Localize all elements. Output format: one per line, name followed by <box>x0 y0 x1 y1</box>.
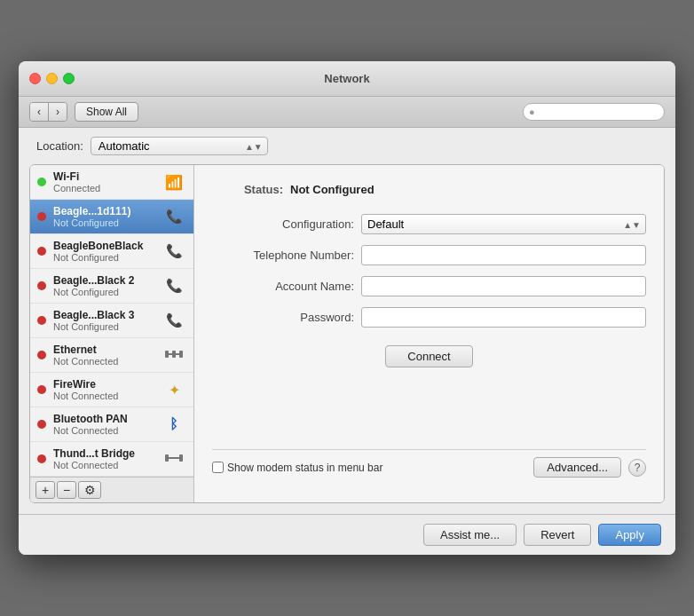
svg-rect-5 <box>165 454 169 462</box>
search-icon: ● <box>529 107 535 117</box>
status-dot-beagle3 <box>37 316 46 325</box>
help-button[interactable]: ? <box>628 459 646 477</box>
password-input[interactable] <box>361 307 646 328</box>
svg-rect-1 <box>165 351 169 358</box>
revert-button[interactable]: Revert <box>524 524 591 546</box>
add-network-button[interactable]: + <box>35 481 55 499</box>
firewire-icon: ✦ <box>162 382 186 399</box>
search-input[interactable] <box>523 103 665 121</box>
status-label: Status: <box>212 183 283 196</box>
location-label: Location: <box>36 139 83 153</box>
config-select[interactable]: Default Add Configuration... Manage Conf… <box>361 214 646 234</box>
minimize-button[interactable] <box>46 73 58 84</box>
sidebar-item-beaglebone[interactable]: BeagleBoneBlack Not Configured 📞 <box>30 234 193 269</box>
sidebar-item-beagle2[interactable]: Beagle...Black 2 Not Configured 📞 <box>30 269 193 304</box>
nav-buttons: ‹ › <box>29 102 67 122</box>
forward-button[interactable]: › <box>49 103 67 121</box>
net-status-beagle3: Not Configured <box>53 321 154 332</box>
show-modem-label: Show modem status in menu bar <box>227 462 382 474</box>
net-info-firewire: FireWire Not Connected <box>53 378 154 401</box>
spacer <box>212 385 646 449</box>
advanced-button[interactable]: Advanced... <box>533 457 621 478</box>
password-row: Password: <box>212 307 646 328</box>
back-button[interactable]: ‹ <box>30 103 49 121</box>
telephone-input[interactable] <box>361 245 646 265</box>
net-status-wifi: Connected <box>53 183 154 193</box>
assist-me-button[interactable]: Assist me... <box>423 524 517 546</box>
net-status-bluetooth: Not Connected <box>53 425 154 436</box>
status-dot-beagle2 <box>37 281 46 290</box>
config-row: Configuration: Default Add Configuration… <box>212 214 646 234</box>
net-name-thunderbolt: Thund...t Bridge <box>53 447 154 460</box>
location-select[interactable]: Automatic Edit Locations... <box>91 137 268 155</box>
wifi-icon: 📶 <box>162 174 186 191</box>
config-label: Configuration: <box>212 217 354 231</box>
show-all-button[interactable]: Show All <box>75 102 138 122</box>
thunderbolt-icon <box>162 450 186 469</box>
net-name-firewire: FireWire <box>53 378 154 391</box>
traffic-lights <box>29 73 75 84</box>
phone-icon-beagle2: 📞 <box>162 278 186 294</box>
gear-menu-button[interactable]: ⚙ <box>78 481 101 499</box>
net-status-ethernet: Not Connected <box>53 356 154 367</box>
phone-icon-beaglebone: 📞 <box>162 243 186 259</box>
close-button[interactable] <box>29 73 41 84</box>
net-name-wifi: Wi-Fi <box>53 170 154 183</box>
tel-label: Telephone Number: <box>212 249 354 262</box>
account-input[interactable] <box>361 276 646 296</box>
show-modem-checkbox-label[interactable]: Show modem status in menu bar <box>212 462 382 474</box>
connect-row: Connect <box>212 345 646 367</box>
status-dot-thunderbolt <box>37 454 46 463</box>
sidebar-toolbar: + − ⚙ <box>30 477 193 502</box>
bottom-options: Show modem status in menu bar Advanced..… <box>212 449 646 485</box>
main-content: Wi-Fi Connected 📶 Beagle...1d111) Not Co… <box>29 164 665 503</box>
remove-network-button[interactable]: − <box>57 481 76 499</box>
net-info-beaglebone: BeagleBoneBlack Not Configured <box>53 240 154 263</box>
sidebar: Wi-Fi Connected 📶 Beagle...1d111) Not Co… <box>30 165 194 502</box>
sidebar-item-beagle3[interactable]: Beagle...Black 3 Not Configured 📞 <box>30 304 193 338</box>
net-status-beagle1: Not Configured <box>53 217 154 228</box>
net-name-ethernet: Ethernet <box>53 344 154 356</box>
net-status-beagle2: Not Configured <box>53 287 154 297</box>
window-title: Network <box>324 72 369 85</box>
maximize-button[interactable] <box>63 73 75 84</box>
svg-rect-2 <box>172 351 176 358</box>
phone-icon-beagle3: 📞 <box>162 312 186 328</box>
net-status-firewire: Not Connected <box>53 391 154 401</box>
status-dot-beagle1 <box>37 212 46 221</box>
status-value: Not Configured <box>290 183 375 196</box>
apply-button[interactable]: Apply <box>598 524 661 546</box>
sidebar-item-firewire[interactable]: FireWire Not Connected ✦ <box>30 373 193 407</box>
net-name-beagle3: Beagle...Black 3 <box>53 309 154 321</box>
net-name-bluetooth: Bluetooth PAN <box>53 413 154 425</box>
net-info-beagle2: Beagle...Black 2 Not Configured <box>53 274 154 297</box>
status-dot-ethernet <box>37 351 46 359</box>
connect-button[interactable]: Connect <box>385 345 472 367</box>
location-select-wrapper: Automatic Edit Locations... ▲▼ <box>91 137 268 155</box>
net-info-ethernet: Ethernet Not Connected <box>53 344 154 367</box>
phone-icon-beagle1: 📞 <box>162 209 186 225</box>
show-modem-checkbox[interactable] <box>212 462 224 473</box>
net-info-wifi: Wi-Fi Connected <box>53 170 154 193</box>
eth-icon <box>162 346 186 365</box>
svg-rect-6 <box>179 454 183 462</box>
sidebar-item-ethernet[interactable]: Ethernet Not Connected <box>30 338 193 373</box>
sidebar-item-bluetooth[interactable]: Bluetooth PAN Not Connected ᛒ <box>30 407 193 442</box>
net-info-thunderbolt: Thund...t Bridge Not Connected <box>53 447 154 470</box>
network-window: Network ‹ › Show All ● Location: Automat… <box>19 61 675 555</box>
toolbar: ‹ › Show All ● <box>19 97 675 128</box>
titlebar: Network <box>19 61 675 97</box>
net-status-beaglebone: Not Configured <box>53 252 154 263</box>
account-label: Account Name: <box>212 280 354 293</box>
sidebar-item-thunderbolt[interactable]: Thund...t Bridge Not Connected <box>30 442 193 477</box>
window-footer: Assist me... Revert Apply <box>19 514 675 555</box>
status-row: Status: Not Configured <box>212 183 646 196</box>
status-dot-firewire <box>37 385 46 394</box>
password-label: Password: <box>212 311 354 324</box>
net-info-bluetooth: Bluetooth PAN Not Connected <box>53 413 154 436</box>
location-bar: Location: Automatic Edit Locations... ▲▼ <box>19 128 675 164</box>
detail-panel: Status: Not Configured Configuration: De… <box>194 165 664 502</box>
sidebar-item-beagle1[interactable]: Beagle...1d111) Not Configured 📞 <box>30 200 193 234</box>
sidebar-item-wifi[interactable]: Wi-Fi Connected 📶 <box>30 165 193 200</box>
status-dot-beaglebone <box>37 247 46 256</box>
